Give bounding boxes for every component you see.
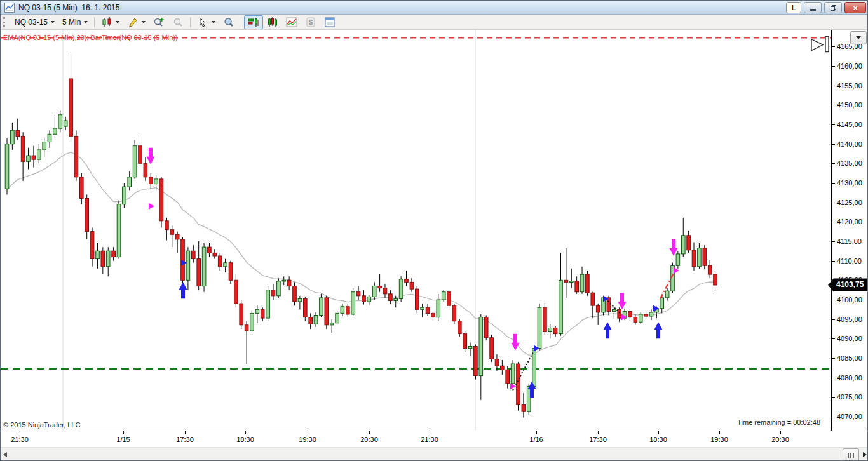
indicators-button[interactable] [282, 15, 301, 29]
time-tick [123, 431, 124, 434]
chevron-down-icon [116, 21, 119, 23]
time-tick [369, 431, 370, 434]
zoom-in-button[interactable] [149, 15, 168, 29]
chart-trader-icon [248, 17, 259, 28]
time-tick [719, 431, 720, 434]
interval-selector[interactable]: 5 Min [58, 15, 92, 29]
price-tick [832, 378, 835, 378]
zoom-out-icon [172, 17, 184, 28]
time-remaining-label: Time remaining = 00:02:48 [737, 418, 820, 426]
price-tick [832, 417, 835, 417]
price-tick [832, 144, 835, 145]
time-tick-label: 21:30 [421, 436, 438, 443]
ninjatrader-chart-window: NQ 03-15 (5 Min) 16. 1. 2015 L × NQ 03-1… [0, 0, 868, 461]
data-box-button[interactable] [219, 15, 238, 29]
title-bar[interactable]: NQ 03-15 (5 Min) 16. 1. 2015 L × [1, 1, 868, 15]
chart-properties-button[interactable] [320, 15, 339, 29]
time-tick [536, 431, 537, 434]
zoom-in-icon [153, 17, 165, 28]
bars-panel-button[interactable] [263, 15, 282, 29]
fundamentals-button[interactable]: $ [301, 15, 320, 29]
data-box-icon [223, 17, 234, 28]
interval-label: 5 Min [62, 18, 81, 27]
window-controls: L × [786, 2, 866, 13]
candle-style-button[interactable] [97, 15, 123, 29]
time-tick-label: 18:30 [236, 436, 254, 443]
toolbar-separator [190, 17, 191, 27]
trade-connector-lines [513, 298, 624, 390]
price-tick-label: 4145,00 [837, 121, 862, 128]
time-tick-label: 17:30 [176, 436, 194, 443]
time-tick-label: 18:30 [649, 436, 667, 443]
time-tick [20, 431, 20, 434]
drawing-tools-button[interactable] [123, 15, 149, 29]
price-tick-label: 4120,00 [837, 218, 862, 225]
price-tick-label: 4130,00 [837, 179, 862, 187]
time-tick [430, 431, 430, 434]
chart-properties-icon [324, 17, 336, 28]
price-tick-label: 4160,00 [837, 62, 862, 70]
scroll-left-arrow-icon[interactable] [3, 452, 7, 457]
time-tick-label: 1/15 [116, 436, 130, 443]
price-tick [832, 338, 835, 339]
scroll-right-arrow-icon[interactable] [863, 452, 867, 457]
candles-layer [5, 55, 717, 418]
bars-panel-icon [267, 17, 278, 28]
candlestick-chart[interactable] [1, 30, 831, 431]
price-tick [832, 358, 835, 359]
time-tick-label: 20:30 [360, 436, 378, 443]
price-tick [832, 86, 835, 86]
time-axis[interactable]: 21:301/1517:3018:3019:3020:3021:301/1617… [1, 431, 868, 447]
price-tick [832, 319, 835, 320]
instrument-label: NQ 03-15 [15, 18, 48, 27]
copyright-label: © 2015 NinjaTrader, LLC [3, 421, 80, 429]
zoom-out-button[interactable] [168, 15, 187, 29]
price-tick [832, 163, 835, 164]
toolbar-grip[interactable] [3, 17, 7, 27]
price-tick [832, 66, 835, 67]
minimize-button[interactable] [804, 2, 822, 13]
time-tick-label: 1/16 [529, 436, 543, 443]
price-tick-label: 4080,00 [837, 374, 862, 382]
horizontal-scrollbar[interactable] [1, 447, 868, 461]
price-tick-label: 4100,00 [837, 296, 862, 304]
time-tick [245, 431, 246, 434]
price-axis[interactable]: 4165,004160,004155,004150,004145,004140,… [831, 30, 868, 431]
chevron-down-icon [212, 21, 215, 23]
price-tick-label: 4125,00 [837, 199, 862, 206]
candle-style-icon [101, 17, 112, 28]
scrollbar-thumb[interactable] [843, 448, 859, 461]
time-tick [658, 431, 659, 434]
chevron-down-icon [856, 36, 861, 39]
signal-arrows [147, 148, 680, 398]
price-tick [832, 241, 835, 242]
chart-area[interactable]: EMA(NQ 03-15 (5 Min),20); BarTimer(NQ 03… [1, 30, 868, 461]
price-tick-label: 4085,00 [837, 354, 862, 362]
time-tick-label: 17:30 [589, 436, 607, 443]
link-button[interactable]: L [786, 2, 801, 13]
pencil-icon [127, 17, 139, 28]
price-tick [832, 183, 835, 184]
bar-timer-marker [811, 37, 829, 52]
price-tick [832, 105, 835, 105]
time-tick [308, 431, 308, 434]
time-tick-label: 19:30 [299, 436, 316, 443]
price-tick [832, 124, 835, 125]
minimize-icon [810, 9, 816, 11]
indicators-icon [286, 17, 297, 28]
close-icon: × [853, 3, 858, 13]
price-tick-label: 4150,00 [837, 101, 862, 109]
close-button[interactable]: × [844, 2, 866, 13]
restore-icon [830, 4, 837, 11]
price-axis-dropdown-button[interactable] [850, 31, 867, 44]
restore-button[interactable] [824, 2, 842, 13]
chart-trader-button[interactable] [244, 15, 263, 29]
time-tick-label: 21:30 [11, 436, 29, 443]
dollar-icon: $ [305, 17, 316, 28]
cursor-button[interactable] [193, 15, 219, 29]
price-tick [832, 203, 835, 203]
price-tick-label: 4110,00 [837, 257, 862, 265]
instrument-selector[interactable]: NQ 03-15 [11, 15, 58, 29]
price-tick [832, 261, 835, 262]
time-tick [780, 431, 781, 434]
